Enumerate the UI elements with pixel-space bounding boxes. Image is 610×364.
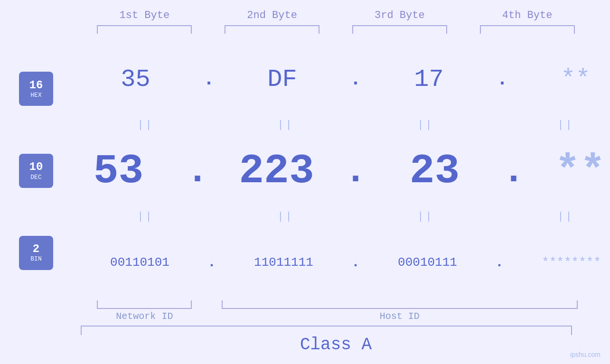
dec-cell-3: 23 <box>369 148 500 195</box>
bracket-top-3 <box>336 25 464 34</box>
id-labels-row: Network ID Host ID <box>19 311 591 322</box>
bracket-top-1 <box>81 25 208 34</box>
dot-bin-1: . <box>207 254 216 271</box>
hex-val-1: 35 <box>121 65 150 93</box>
class-bracket-right-line <box>571 326 572 335</box>
main-content: 16 HEX 10 DEC 2 BIN 35 . DF <box>19 43 591 299</box>
bottom-brackets <box>19 300 591 309</box>
dec-cell-2: 223 <box>211 148 342 195</box>
badge-hex: 16 HEX <box>19 72 53 106</box>
class-bracket-top-line <box>81 326 572 327</box>
eq-cell-2: || <box>220 119 351 131</box>
byte-header-1: 1st Byte <box>81 9 208 21</box>
bracket-top-4 <box>463 25 591 34</box>
dot-dec-2: . <box>344 149 367 193</box>
hex-cell-1: 35 <box>70 65 201 93</box>
badges-column: 16 HEX 10 DEC 2 BIN <box>19 43 53 299</box>
hex-val-4: ** <box>561 65 590 93</box>
byte-headers: 1st Byte 2nd Byte 3rd Byte 4th Byte <box>19 9 591 21</box>
dot-hex-3: . <box>497 69 508 90</box>
equals-row-1: || || || || <box>53 116 610 135</box>
hex-val-2: DF <box>267 65 297 93</box>
bin-val-2: 11011111 <box>254 255 313 270</box>
eq2-cell-4: || <box>500 211 610 223</box>
bracket-network <box>81 300 208 309</box>
bin-cell-2: 11011111 <box>218 255 349 270</box>
dec-val-1: 53 <box>94 148 144 195</box>
hex-val-3: 17 <box>414 65 443 93</box>
dot-bin-2: . <box>351 254 360 271</box>
equals-row-2: || || || || <box>53 207 610 226</box>
main-container: 1st Byte 2nd Byte 3rd Byte 4th Byte 16 H… <box>0 0 610 364</box>
dot-hex-2: . <box>350 69 361 90</box>
bracket-top-2 <box>208 25 336 34</box>
class-row: Class A <box>19 326 591 355</box>
network-id-label: Network ID <box>81 311 208 322</box>
watermark: ipshu.com <box>570 351 601 358</box>
top-brackets <box>19 25 591 34</box>
dot-dec-1: . <box>186 149 209 193</box>
byte-header-4: 4th Byte <box>463 9 591 21</box>
bin-val-1: 00110101 <box>110 255 169 270</box>
class-label: Class A <box>238 335 372 355</box>
hex-cell-3: 17 <box>364 65 494 93</box>
dot-bin-3: . <box>495 254 504 271</box>
class-bracket-left-line <box>81 326 82 335</box>
hex-cell-4: ** <box>510 65 610 93</box>
bracket-host <box>208 300 591 309</box>
badge-dec: 10 DEC <box>19 154 53 188</box>
eq-cell-1: || <box>80 119 211 131</box>
dot-hex-1: . <box>203 69 215 90</box>
bin-cell-4: ******** <box>506 255 610 270</box>
dec-val-3: 23 <box>410 148 460 195</box>
dec-cell-4: *** <box>527 148 610 195</box>
dec-val-2: 223 <box>239 148 314 195</box>
byte-header-2: 2nd Byte <box>208 9 336 21</box>
hex-cell-2: DF <box>217 65 347 93</box>
bin-row: 00110101 . 11011111 . 00010111 . *******… <box>53 226 610 299</box>
host-id-label: Host ID <box>208 311 591 322</box>
hex-row: 35 . DF . 17 . ** <box>53 43 610 116</box>
byte-header-3: 3rd Byte <box>336 9 464 21</box>
dot-dec-3: . <box>502 149 525 193</box>
bin-val-3: 00010111 <box>398 255 457 270</box>
bin-cell-1: 00110101 <box>75 255 205 270</box>
bin-cell-3: 00010111 <box>362 255 493 270</box>
dec-val-4: *** <box>555 148 610 195</box>
bin-val-4: ******** <box>542 255 601 270</box>
eq2-cell-2: || <box>220 211 351 223</box>
badge-bin: 2 BIN <box>19 236 53 270</box>
eq2-cell-3: || <box>360 211 491 223</box>
eq-cell-4: || <box>500 119 610 131</box>
dec-row: 53 . 223 . 23 . *** <box>53 135 610 207</box>
eq2-cell-1: || <box>80 211 211 223</box>
values-column: 35 . DF . 17 . ** || || <box>53 43 610 299</box>
dec-cell-1: 53 <box>53 148 184 195</box>
eq-cell-3: || <box>360 119 491 131</box>
